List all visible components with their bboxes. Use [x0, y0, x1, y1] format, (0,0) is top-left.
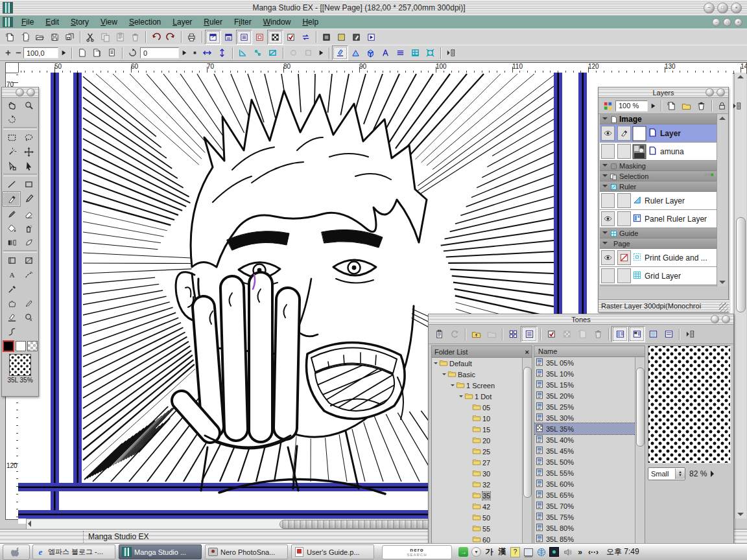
selection-quick-icons[interactable] — [705, 171, 715, 181]
save-all-button[interactable] — [62, 30, 77, 44]
layer-row-grid-layer[interactable]: Grid Layer — [600, 267, 717, 285]
collapse-triangle-icon[interactable] — [602, 117, 608, 122]
folder-1-screen[interactable]: 1 Screen — [432, 380, 523, 391]
tool-arrow[interactable] — [20, 159, 37, 173]
tools-palette-titlebar[interactable] — [2, 88, 38, 98]
volume-icon[interactable] — [562, 546, 572, 557]
tone-item-35l-60[interactable]: 35L 60% — [534, 478, 635, 489]
tool-ruler-select[interactable] — [20, 310, 37, 325]
angle-field[interactable]: 0 — [140, 47, 179, 58]
layers-scroll-up[interactable] — [719, 117, 726, 120]
tool-zoom[interactable] — [20, 98, 37, 112]
vertical-scroll-thumb[interactable] — [736, 217, 746, 312]
layer-eye-toggle[interactable] — [601, 126, 615, 141]
task-empas-blog[interactable]: e엠파스 블로그 -... — [32, 544, 115, 559]
collapse-triangle-icon[interactable] — [602, 231, 608, 237]
layers-section-guide[interactable]: Guide — [600, 228, 717, 239]
tone-item-35l-10[interactable]: 35L 10% — [534, 368, 635, 379]
menu-help[interactable]: Help — [296, 16, 324, 28]
snap-grid-button[interactable] — [250, 46, 265, 60]
folder-05[interactable]: 05 — [432, 402, 523, 413]
reset-view-button[interactable] — [189, 46, 200, 60]
menu-file[interactable]: File — [16, 16, 40, 28]
folder-20[interactable]: 20 — [432, 435, 523, 446]
tool-ruler-pen[interactable] — [3, 310, 20, 325]
tool-pattern-brush[interactable] — [20, 235, 37, 250]
tone-item-35l-70[interactable]: 35L 70% — [534, 500, 635, 511]
ruler-compass-mode-button[interactable] — [378, 46, 393, 60]
toggle-tools-palette[interactable] — [205, 30, 221, 45]
layers-section-masking[interactable]: Masking — [600, 161, 717, 171]
tool-line[interactable] — [3, 177, 20, 191]
flip-h-button[interactable] — [200, 46, 215, 60]
layers-scroll-down[interactable] — [719, 281, 726, 284]
thumbnail-view-button[interactable] — [505, 327, 521, 342]
layers-minimize-button[interactable] — [706, 88, 714, 97]
zoom-dropdown[interactable] — [58, 46, 69, 60]
toggle-frame-palette[interactable] — [252, 30, 267, 44]
layers-section-selection[interactable]: Selection — [600, 171, 717, 181]
tone-item-35l-30[interactable]: 35L 30% — [534, 412, 635, 423]
menu-view[interactable]: View — [95, 16, 123, 28]
doc-close-button[interactable]: × — [734, 18, 742, 27]
view-mode-2-button[interactable] — [628, 326, 645, 342]
tone-item-35l-45[interactable]: 35L 45% — [534, 445, 635, 456]
task-manga-studio[interactable]: Manga Studio ... — [119, 544, 202, 559]
tool-fill[interactable] — [3, 221, 20, 235]
close-button[interactable]: × — [731, 3, 742, 14]
tones-palette-titlebar[interactable]: Tones — [429, 314, 733, 325]
folder-35[interactable]: 35 — [432, 490, 523, 501]
layer-opacity-field[interactable]: 100 % — [615, 100, 648, 111]
vertical-scrollbar[interactable] — [734, 73, 746, 519]
expand-triangle-icon[interactable] — [442, 373, 446, 377]
folder-default[interactable]: Default — [432, 358, 523, 369]
white-swatch[interactable] — [16, 341, 26, 351]
lock-layer-button[interactable] — [715, 99, 729, 113]
tool-panel-cut[interactable] — [20, 253, 37, 268]
menu-filter[interactable]: Filter — [228, 16, 257, 28]
toggle-tones-palette[interactable] — [267, 30, 283, 45]
tool-pencil[interactable] — [21, 191, 38, 205]
tone-list-scrollbar[interactable] — [635, 357, 645, 560]
tool-rotate[interactable] — [3, 112, 20, 126]
tone-item-35l-75[interactable]: 35L 75% — [534, 511, 635, 522]
cut-button[interactable] — [83, 30, 98, 44]
menu-edit[interactable]: Edit — [40, 16, 65, 28]
snap-ruler-button[interactable] — [235, 46, 250, 60]
zoom-out-button[interactable] — [13, 46, 23, 60]
tray-overflow-chevron[interactable]: » — [575, 546, 585, 557]
collapse-triangle-icon[interactable] — [602, 164, 608, 169]
menu-ruler[interactable]: Ruler — [198, 16, 228, 28]
ime-korean-indicator[interactable]: 가 — [484, 546, 494, 557]
transparent-swatch[interactable] — [27, 341, 38, 351]
paste-tone-button[interactable] — [431, 327, 447, 342]
layers-menu-button[interactable] — [729, 99, 744, 113]
opacity-dropdown[interactable] — [648, 99, 658, 113]
resize-grip[interactable] — [719, 303, 728, 312]
layer-row-amuna[interactable]: amuna — [600, 143, 717, 161]
nero-search-box[interactable]: nero SEARCH — [382, 545, 452, 559]
menu-window[interactable]: Window — [257, 16, 297, 28]
tones-close-button[interactable] — [722, 315, 730, 323]
folder-scroll-thumb[interactable] — [523, 367, 532, 498]
tool-panel[interactable] — [3, 253, 20, 268]
rotate-view-button[interactable] — [125, 46, 140, 60]
layer-row-layer[interactable]: Layer — [600, 124, 717, 143]
new-story-button[interactable] — [18, 30, 32, 44]
undo-button[interactable] — [148, 30, 163, 44]
tool-eraser[interactable] — [20, 207, 37, 221]
folder-55[interactable]: 55 — [432, 523, 523, 534]
folder-10[interactable]: 10 — [432, 413, 523, 424]
layers-close-button[interactable] — [717, 88, 725, 97]
menu-story[interactable]: Story — [65, 16, 95, 28]
size-spinner[interactable]: ▲▼ — [675, 469, 685, 479]
tool-hand[interactable] — [3, 98, 20, 112]
ruler-grid-mode-button[interactable] — [408, 46, 423, 60]
display-settings-icon[interactable] — [523, 546, 533, 557]
layer-redcross-toggle[interactable] — [617, 250, 631, 265]
layer-row-print-guide-and[interactable]: Print Guide and ... — [600, 249, 717, 267]
ruler-frame-mode-button[interactable] — [423, 46, 438, 60]
tool-magic-wand[interactable] — [3, 145, 20, 159]
view-mode-1-button[interactable] — [611, 326, 628, 342]
task-users-guide-pdf[interactable]: User's Guide.p... — [291, 544, 374, 559]
